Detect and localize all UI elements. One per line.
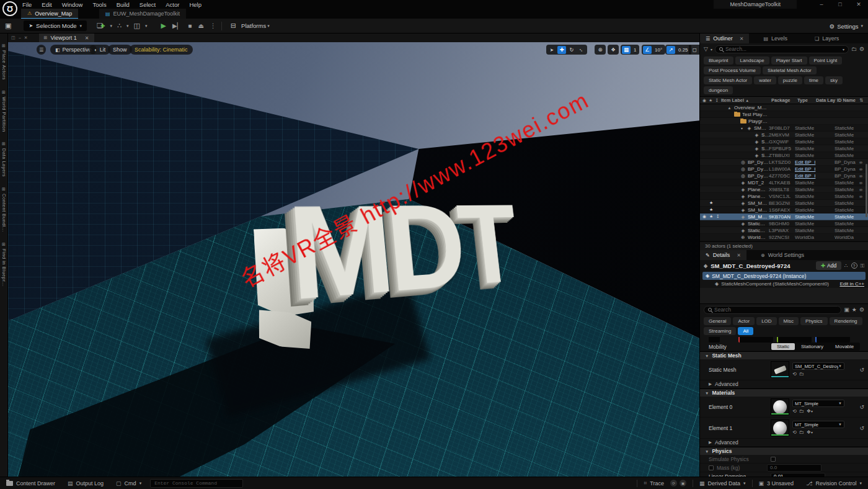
material-options-icon[interactable]: ❖▾ <box>807 408 813 414</box>
viewport-3d[interactable]: MDT 名将VR全景 http://www.123wei.com ☰ ◧ Per… <box>8 42 699 478</box>
unsaved-button[interactable]: ▣ 3 Unsaved <box>753 477 800 489</box>
insights-icon[interactable]: ⟳ <box>670 480 677 487</box>
add-component-button[interactable]: ✚Add <box>816 261 841 270</box>
scrollbar[interactable] <box>866 164 867 217</box>
lock-icon[interactable]: ⚿ <box>861 262 864 269</box>
filter-chip[interactable]: sky <box>825 76 843 84</box>
star-icon[interactable]: ★ <box>709 98 712 103</box>
table-row[interactable]: Overview_Map (Editor) <box>700 104 868 111</box>
filter-chip[interactable]: All <box>738 327 753 335</box>
surface-snap-toggle[interactable]: ❖ <box>608 45 619 55</box>
filter-chip[interactable]: General <box>704 317 731 325</box>
column-data-layer[interactable]: Data Lay <box>816 97 837 103</box>
table-row[interactable]: BP_DynamicDa LKTSZD0 Edit BP_I BP_Dyna <box>700 159 868 166</box>
filter-chip[interactable]: Rendering <box>830 317 862 325</box>
advanced-expander[interactable]: ▶Advanced <box>700 439 868 447</box>
filter-chip[interactable]: Skeletal Mesh Actor <box>763 66 817 74</box>
column-id-name[interactable]: ID Name <box>837 97 859 103</box>
close-button[interactable]: ✕ <box>849 0 868 9</box>
menu-item[interactable]: Tools <box>92 1 106 8</box>
filter-chip[interactable]: Landscape <box>735 56 769 65</box>
expand-caret-icon[interactable] <box>741 126 745 130</box>
filter-chip[interactable]: Misc <box>779 317 799 325</box>
column-item-label[interactable]: Item Label ▲ <box>721 97 771 103</box>
revision-control-button[interactable]: ⎇ Revision Control ▾ <box>800 477 868 489</box>
camera-speed-control[interactable]: ◻ 0.6 <box>689 45 699 55</box>
pin-icon[interactable] <box>716 207 720 212</box>
material-combobox[interactable]: MT_Simple▼ <box>792 400 844 407</box>
advanced-expander[interactable]: ▶Advanced <box>700 380 868 388</box>
dock-icon[interactable]: ◫ <box>11 35 16 40</box>
details-searchbox[interactable] <box>704 306 841 314</box>
filter-chip[interactable]: Physics <box>800 317 828 325</box>
eye-icon[interactable] <box>702 200 707 205</box>
menu-item[interactable]: Actor <box>166 1 179 8</box>
close-icon[interactable]: ✕ <box>740 36 744 42</box>
scalability-warning[interactable]: Scalability: Cinematic <box>130 45 193 55</box>
table-row[interactable]: StaticMeshActo L3PWAX StaticMe StaticMe <box>700 227 868 234</box>
eject-button[interactable]: ⏏ <box>198 22 203 29</box>
blueprints-icon[interactable]: ∴ <box>117 22 122 30</box>
close-icon[interactable]: ✕ <box>85 35 89 41</box>
filter-chip[interactable]: puzzle <box>778 76 802 84</box>
column-package[interactable]: Package <box>771 97 797 103</box>
table-row[interactable]: SM_Cube 2M6XVM StaticMe StaticMe <box>700 132 868 138</box>
table-row[interactable]: SM_MDT_A_De BE3GZNI StaticMe StaticMe <box>700 200 868 207</box>
output-log-button[interactable]: ▤ Output Log <box>61 477 110 489</box>
static-mesh-thumbnail[interactable] <box>771 361 789 378</box>
reset-to-default-icon[interactable]: ↺ <box>859 425 864 431</box>
tab-world-settings[interactable]: ⊕ World Settings <box>755 250 810 260</box>
sidebar-rail-item[interactable]: ⊞ World Partition <box>0 90 7 132</box>
details-search-input[interactable] <box>714 307 837 313</box>
mobility-option[interactable]: Movable <box>830 343 859 350</box>
play-button[interactable]: ▶ <box>161 22 166 30</box>
derived-data-button[interactable]: ▦ Derived Data ▾ <box>693 477 752 489</box>
table-row[interactable]: Test Playground <box>700 111 868 118</box>
trace-button[interactable]: ⌗ Trace <box>637 477 670 489</box>
use-selected-icon[interactable]: ⟲ <box>792 371 797 377</box>
selection-mode-dropdown[interactable]: ➤ Selection Mode ▾ <box>24 20 87 31</box>
table-row[interactable]: MDT_2 4LTKAEB StaticMe StaticMe <box>700 179 868 186</box>
sidebar-rail-item[interactable]: ⊞ Content Bundl... <box>0 187 7 232</box>
table-row[interactable]: SM_Cube FSPBUF5 StaticMe StaticMe <box>700 145 868 152</box>
table-row[interactable]: Playground <box>700 118 868 125</box>
pin-icon[interactable] <box>716 200 720 205</box>
table-row[interactable]: SM_Cube 3F0BLD7 StaticMe StaticMe <box>700 125 868 132</box>
maximize-button[interactable]: □ <box>831 0 849 9</box>
edit-in-cpp-link[interactable]: Edit in C++ <box>839 281 864 287</box>
close-pane-icon[interactable]: ✕ <box>24 35 28 40</box>
move-tool[interactable]: ✚ <box>557 46 566 54</box>
select-tool[interactable]: ➤ <box>547 46 556 54</box>
section-static-mesh[interactable]: ▼Static Mesh <box>700 351 868 359</box>
outliner-search-input[interactable] <box>725 46 840 52</box>
menu-item[interactable]: Edit <box>42 1 51 8</box>
table-row[interactable]: SM_MDT_C_De 9KB70AN StaticMe StaticMe <box>700 213 868 220</box>
frame-skip-button[interactable]: ▶▏ <box>172 22 182 29</box>
blueprint-hierarchy-icon[interactable]: ∴ <box>844 262 848 269</box>
settings-dropdown[interactable]: ⚙ Settings ▾ <box>830 19 863 34</box>
tab-layers[interactable]: ❏ Layers <box>809 34 844 43</box>
tab-details[interactable]: ✎ Details ✕ <box>700 250 746 260</box>
minimize-pane-icon[interactable]: − <box>19 36 21 40</box>
column-type[interactable]: Type <box>797 97 816 103</box>
tab-levels[interactable]: ▤ Levels <box>758 34 793 43</box>
eye-icon[interactable] <box>702 207 707 212</box>
favorites-star-icon[interactable]: ★ <box>852 307 857 313</box>
filter-chip[interactable]: time <box>804 76 823 84</box>
help-icon[interactable]: ? <box>851 262 857 269</box>
material-thumbnail[interactable] <box>771 398 789 415</box>
reset-to-default-icon[interactable]: ↺ <box>859 404 864 410</box>
mass-override-checkbox[interactable] <box>709 465 714 470</box>
material-thumbnail[interactable] <box>771 419 789 436</box>
table-row[interactable]: StaticMeshActo 9BGHM0 StaticMe StaticMe <box>700 220 868 227</box>
chevron-down-icon[interactable]: ▾ <box>843 47 844 52</box>
browse-to-asset-icon[interactable]: 🗀 <box>799 371 804 377</box>
new-folder-icon[interactable]: 🗀 <box>851 46 857 52</box>
menu-item[interactable]: Build <box>117 1 130 8</box>
expand-columns-icon[interactable]: ⇅ <box>859 97 868 103</box>
material-combobox[interactable]: MT_Simple▼ <box>792 421 844 428</box>
outliner-searchbox[interactable]: ▾ <box>715 45 849 53</box>
filter-chip[interactable]: Streaming <box>704 327 736 335</box>
filter-chip[interactable]: Static Mesh Actor <box>704 76 752 84</box>
sidebar-rail-item[interactable]: ⊞ Place Actors <box>0 43 7 80</box>
